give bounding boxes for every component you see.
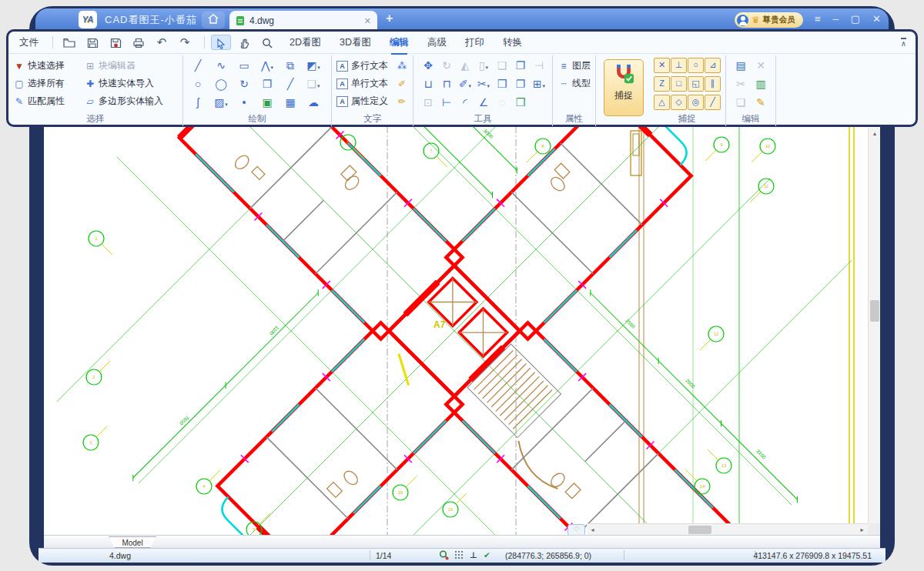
spline-icon[interactable]: ʃ: [188, 94, 208, 112]
membership-badge[interactable]: ♛ 尊贵会员: [735, 12, 803, 28]
tab-2d-view[interactable]: 2D看图: [290, 36, 321, 49]
measure-line-icon[interactable]: ╱: [280, 75, 300, 93]
zoom-status-icon[interactable]: [439, 550, 449, 562]
trim-icon[interactable]: ✂▾: [474, 75, 494, 93]
horizontal-scrollbar[interactable]: ◂ ▸: [587, 523, 868, 535]
paste-icon[interactable]: ▤: [731, 57, 751, 75]
tab-3d-view[interactable]: 3D看图: [340, 36, 371, 49]
menu-file[interactable]: 文件: [19, 36, 38, 49]
multiline-text-button[interactable]: A多行文本⁂: [336, 57, 408, 75]
singleline-text-button[interactable]: A单行文本✐: [336, 75, 408, 92]
new-tab-button[interactable]: +: [386, 12, 393, 25]
move-icon[interactable]: ✥: [418, 57, 438, 75]
break-icon[interactable]: ⊔: [418, 75, 438, 93]
line-icon[interactable]: ╱: [188, 57, 208, 75]
model-tab[interactable]: Model: [109, 536, 156, 548]
edit-attribute-icon[interactable]: ✏: [396, 96, 408, 107]
snap-intersection-icon[interactable]: ✕: [654, 58, 670, 73]
paste-special-icon[interactable]: ▥: [751, 75, 771, 93]
paste-block-icon[interactable]: ❐: [511, 75, 531, 93]
copy-clip-icon[interactable]: ❏: [731, 94, 751, 112]
export-icon[interactable]: ❒: [511, 94, 531, 112]
select-all-button[interactable]: ▢选择所有: [13, 75, 84, 92]
explode-icon[interactable]: ◌: [492, 94, 512, 112]
document-tab[interactable]: 4.dwg ✕: [229, 11, 377, 31]
join-icon[interactable]: ⊡: [418, 94, 438, 112]
tab-edit[interactable]: 编辑: [390, 36, 409, 49]
snap-tangent-icon[interactable]: ⊿: [705, 58, 721, 73]
cut-icon[interactable]: ✂: [731, 75, 751, 93]
hatch-icon[interactable]: ▨▾: [211, 94, 231, 112]
ortho-status-icon[interactable]: ⊥: [470, 550, 477, 559]
open-file-icon[interactable]: [59, 35, 79, 50]
attribute-define-button[interactable]: A属性定义✏: [336, 92, 408, 110]
align-icon[interactable]: ⊣: [529, 57, 549, 75]
fillet-icon[interactable]: ◜: [455, 94, 475, 112]
table-icon[interactable]: ▦: [280, 94, 300, 112]
snap-perpendicular-icon[interactable]: ⊥: [671, 58, 687, 73]
rotate-icon[interactable]: ↻: [437, 57, 457, 75]
chamfer-icon[interactable]: ∠: [474, 94, 494, 112]
vertical-scrollbar[interactable]: ▴ ▾: [868, 128, 880, 535]
erase-icon[interactable]: ✐▾: [455, 75, 475, 93]
match-properties-button[interactable]: ✎匹配属性: [13, 92, 84, 110]
layers-button[interactable]: ≡图层: [557, 57, 591, 75]
region-icon[interactable]: ◩▾: [303, 57, 323, 75]
copy-object-icon[interactable]: ❏▾: [303, 75, 323, 93]
close-button[interactable]: ✕: [872, 13, 881, 25]
pan-hand-icon[interactable]: [234, 35, 254, 50]
stretch-icon[interactable]: ⊢: [437, 94, 457, 112]
undo-icon[interactable]: ↶: [152, 35, 172, 50]
copy-icon[interactable]: ❏: [492, 57, 512, 75]
insert-icon[interactable]: ⊞▾: [529, 75, 549, 93]
scroll-up-icon[interactable]: ▴: [869, 128, 880, 139]
snap-nearest-icon[interactable]: ╱: [705, 95, 721, 110]
esnap-status-icon[interactable]: ✔: [484, 550, 490, 559]
rectangle-icon[interactable]: ▭: [234, 57, 254, 75]
tab-advanced[interactable]: 高级: [427, 36, 447, 49]
save-icon[interactable]: [82, 35, 102, 50]
scroll-right-icon[interactable]: ▸: [856, 524, 868, 535]
snap-midpoint-icon[interactable]: △: [654, 95, 670, 110]
offset-icon[interactable]: ▯▾: [474, 57, 494, 75]
sketch-icon[interactable]: ∿: [211, 57, 231, 75]
array-icon[interactable]: ❒: [492, 75, 512, 93]
revcloud-icon[interactable]: ☁: [303, 94, 323, 112]
ellipse-icon[interactable]: ◯: [211, 75, 231, 93]
snap-center-icon[interactable]: ○: [688, 58, 704, 73]
polyline-icon[interactable]: ⋀▾: [257, 57, 277, 75]
save-as-pdf-icon[interactable]: [105, 35, 126, 50]
horizontal-scroll-thumb[interactable]: [688, 526, 711, 534]
copy-base-icon[interactable]: ❐: [511, 57, 531, 75]
block-editor-button[interactable]: ⊞块编辑器: [84, 57, 178, 75]
snap-extension-icon[interactable]: Z: [654, 76, 670, 92]
tab-close-icon[interactable]: ✕: [364, 16, 371, 26]
snap-toggle-button[interactable]: 捕捉: [604, 59, 644, 116]
edit-text-icon[interactable]: ✐: [396, 78, 408, 89]
snap-insertion-icon[interactable]: ◎: [688, 95, 704, 110]
collapse-ribbon-icon[interactable]: ∧: [901, 38, 906, 47]
snap-endpoint-icon[interactable]: □: [671, 76, 687, 92]
arc-icon[interactable]: ↻: [234, 75, 254, 93]
snap-quadrant-icon[interactable]: ◇: [671, 95, 687, 110]
minimize-button[interactable]: –: [833, 13, 839, 25]
home-button[interactable]: [202, 12, 225, 28]
tab-print[interactable]: 打印: [465, 36, 484, 49]
quick-select-button[interactable]: ▼快速选择: [13, 57, 84, 75]
redo-icon[interactable]: ↷: [175, 35, 195, 50]
text-style-icon[interactable]: ⁂: [396, 61, 408, 72]
mirror-icon[interactable]: ◭: [455, 57, 475, 75]
zoom-search-icon[interactable]: [257, 35, 277, 50]
print-icon[interactable]: [129, 35, 149, 50]
image-icon[interactable]: ▣: [257, 94, 277, 112]
scroll-left-icon[interactable]: ◂: [587, 524, 598, 535]
snap-parallel-icon[interactable]: ∥: [705, 76, 721, 92]
quick-entity-import-button[interactable]: ✚快速实体导入: [84, 75, 178, 92]
snap-node-icon[interactable]: ◱: [688, 76, 704, 92]
vertical-scroll-thumb[interactable]: [870, 300, 879, 322]
maximize-button[interactable]: ▢: [851, 13, 860, 25]
break-point-icon[interactable]: ⊓: [437, 75, 457, 93]
insert-block-icon[interactable]: ⧉: [280, 57, 300, 75]
favorite-button[interactable]: ♡: [567, 524, 585, 535]
polygon-entity-input-button[interactable]: ▱多边形实体输入: [84, 92, 178, 110]
